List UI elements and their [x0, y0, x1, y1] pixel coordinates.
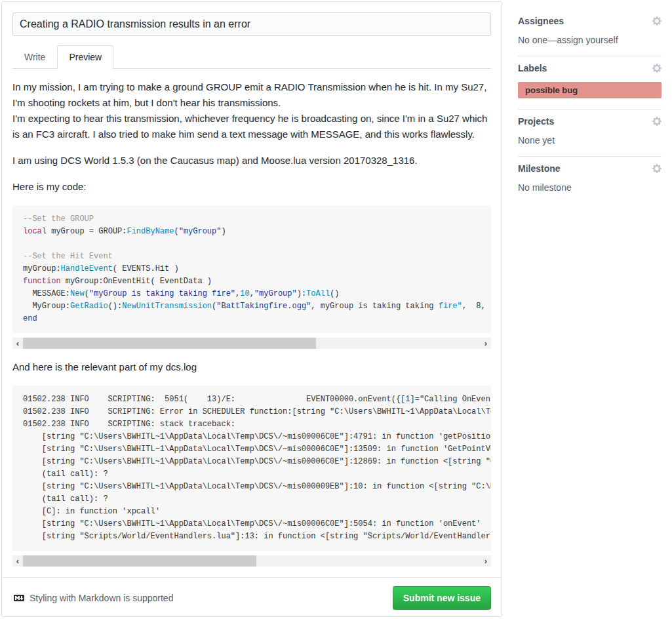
submit-new-issue-button[interactable]: Submit new issue — [393, 586, 491, 610]
sidebar-section-labels: Labels possible bug — [518, 56, 662, 110]
paragraph-1-line-1: In my mission, I am trying to make a gro… — [12, 81, 486, 108]
code-line: MyGroup:GetRadio():NewUnitTransmission("… — [23, 300, 481, 313]
assignees-value: No one—assign yourself — [518, 35, 662, 45]
lua-code-block[interactable]: --Set the GROUPlocal myGroup = GROUP:Fin… — [12, 205, 491, 333]
preview-pane: In my mission, I am trying to make a gro… — [12, 69, 491, 567]
chevron-right-icon[interactable]: › — [481, 555, 491, 567]
tab-preview[interactable]: Preview — [57, 45, 113, 69]
issue-sidebar: Assignees No one—assign yourself Labels … — [518, 9, 662, 203]
log-scrollbar-thumb[interactable] — [23, 555, 256, 567]
tab-write[interactable]: Write — [12, 45, 57, 69]
code-line: local myGroup = GROUP:FindByName("myGrou… — [23, 226, 481, 238]
code-horizontal-scrollbar[interactable]: ‹ › — [12, 338, 491, 349]
code-line: myGroup:HandleEvent( EVENTS.Hit ) — [23, 263, 481, 275]
log-scrollbar-track[interactable] — [23, 555, 481, 567]
markdown-note-text: Styling with Markdown is supported — [30, 593, 173, 603]
code-line: --Set the Hit Event — [23, 250, 481, 263]
milestone-value: No milestone — [518, 182, 662, 193]
milestone-heading: Milestone — [518, 163, 561, 174]
label-chip-possible-bug[interactable]: possible bug — [518, 82, 662, 98]
code-line: MESSAGE:New("myGroup is taking taking fi… — [23, 288, 481, 300]
issue-body-paragraph-1: In my mission, I am trying to make a gro… — [12, 79, 491, 142]
code-scrollbar-track[interactable] — [23, 338, 481, 349]
sidebar-section-assignees: Assignees No one—assign yourself — [518, 9, 662, 56]
code-scrollbar-thumb[interactable] — [23, 338, 316, 349]
markdown-support-note: Styling with Markdown is supported — [12, 593, 173, 603]
projects-value: None yet — [518, 135, 662, 146]
issue-body-paragraph-2: I am using DCS World 1.5.3 (on the Cauca… — [12, 153, 491, 169]
log-horizontal-scrollbar[interactable]: ‹ › — [12, 555, 491, 567]
sidebar-section-milestone: Milestone No milestone — [518, 157, 662, 203]
projects-heading: Projects — [518, 116, 554, 127]
paragraph-1-line-2: I'm expecting to hear this transmission,… — [12, 113, 487, 140]
labels-heading: Labels — [518, 63, 547, 73]
gear-icon[interactable] — [652, 163, 662, 174]
gear-icon[interactable] — [652, 63, 662, 73]
write-preview-tabbar: Write Preview — [12, 45, 491, 69]
chevron-right-icon[interactable]: › — [481, 338, 491, 349]
code-line: end — [23, 313, 481, 325]
assignees-heading: Assignees — [518, 16, 564, 26]
issue-title-input[interactable] — [12, 12, 491, 36]
sidebar-section-projects: Projects None yet — [518, 110, 662, 157]
gear-icon[interactable] — [652, 16, 662, 26]
code-line: --Set the GROUP — [23, 213, 481, 226]
issue-body-paragraph-3: Here is my code: — [12, 179, 491, 195]
gear-icon[interactable] — [652, 116, 662, 127]
new-issue-card: Write Preview In my mission, I am trying… — [1, 1, 502, 617]
chevron-left-icon[interactable]: ‹ — [12, 555, 23, 567]
issue-body-paragraph-4: And here is the relevant part of my dcs.… — [12, 359, 491, 375]
chevron-left-icon[interactable]: ‹ — [12, 338, 23, 349]
code-line: function myGroup:OnEventHit( EventData ) — [23, 275, 481, 288]
code-line — [23, 238, 481, 250]
issue-footer: Styling with Markdown is supported Submi… — [2, 577, 502, 610]
markdown-icon — [12, 593, 26, 603]
dcs-log-block[interactable]: 01502.238 INFO SCRIPTING: 5051( 13)/E: E… — [12, 386, 491, 551]
